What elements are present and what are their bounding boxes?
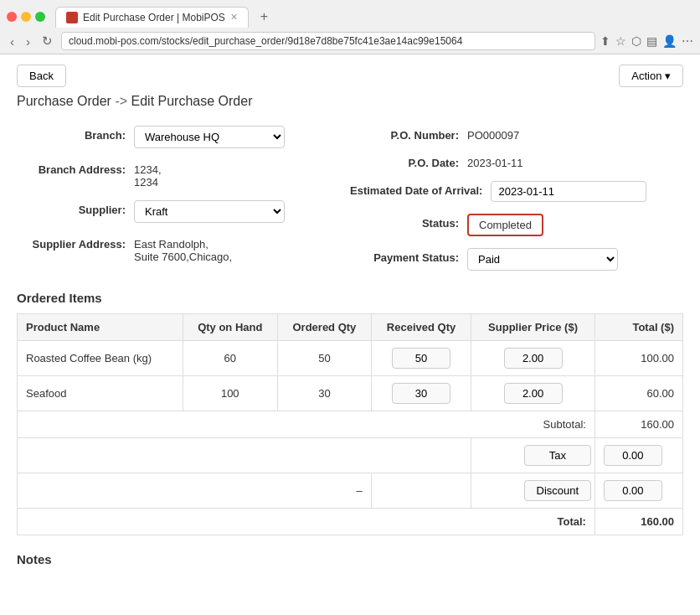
form-right: P.O. Number: PO000097 P.O. Date: 2023-01… <box>350 126 683 271</box>
back-nav-button[interactable]: ‹ <box>7 33 18 50</box>
branch-address-row: Branch Address: 1234, 1234 <box>17 160 350 189</box>
payment-status-label: Payment Status: <box>350 248 467 264</box>
bookmark-icon[interactable]: ☆ <box>615 34 626 48</box>
cell-supplier-price <box>471 341 595 376</box>
branch-address-line1: 1234, <box>134 163 162 176</box>
breadcrumb-part2: Edit Purchase Order <box>131 94 253 108</box>
total-label: Total: <box>18 509 595 535</box>
page-title: Purchase Order -> Edit Purchase Order <box>17 94 683 109</box>
breadcrumb-part1: Purchase Order <box>17 94 111 108</box>
active-tab[interactable]: Edit Purchase Order | MobiPOS ✕ <box>55 7 249 28</box>
extensions-icon[interactable]: ⬡ <box>631 34 641 48</box>
supplier-address-value: East Randolph, Suite 7600,Chicago, <box>134 235 232 263</box>
subtotal-label: Subtotal: <box>18 411 595 438</box>
supplier-price-input[interactable] <box>504 383 563 404</box>
received-qty-input[interactable] <box>392 348 450 369</box>
estimated-arrival-input[interactable] <box>491 181 646 202</box>
branch-row: Branch: Warehouse HQ <box>17 126 350 148</box>
payment-status-select[interactable]: Paid <box>467 248 618 271</box>
supplier-address-line1: East Randolph, <box>134 238 232 251</box>
col-received-qty: Received Qty <box>371 314 471 341</box>
cell-qty-on-hand: 100 <box>183 376 277 411</box>
col-total: Total ($) <box>594 314 682 341</box>
minimize-traffic-light[interactable] <box>21 12 31 22</box>
form-left: Branch: Warehouse HQ Branch Address: 123… <box>17 126 350 271</box>
supplier-price-input[interactable] <box>504 348 563 369</box>
address-bar: ‹ › ↻ ⬆ ☆ ⬡ ▤ 👤 ⋯ <box>0 28 700 54</box>
table-row: Roasted Coffee Bean (kg) 60 50 100.00 <box>18 341 683 376</box>
total-value: 160.00 <box>594 509 682 535</box>
po-date-row: P.O. Date: 2023-01-11 <box>350 153 683 169</box>
status-value: Completed <box>479 219 532 231</box>
cell-product-name: Seafood <box>18 376 183 411</box>
tax-row <box>18 438 683 473</box>
new-tab-button[interactable]: + <box>252 5 276 28</box>
po-date-label: P.O. Date: <box>350 153 467 169</box>
action-button[interactable]: Action ▾ <box>619 65 683 87</box>
forward-nav-button[interactable]: › <box>23 33 33 50</box>
close-traffic-light[interactable] <box>7 12 17 22</box>
table-header-row: Product Name Qty on Hand Ordered Qty Rec… <box>18 314 683 341</box>
supplier-address-label: Supplier Address: <box>17 235 134 251</box>
estimated-arrival-label: Estimated Date of Arrival: <box>350 181 491 197</box>
total-row: Total: 160.00 <box>18 509 683 535</box>
browser-toolbar-icons: ⬆ ☆ ⬡ ▤ 👤 ⋯ <box>600 34 693 48</box>
po-number-value: PO000097 <box>467 126 519 142</box>
back-button[interactable]: Back <box>17 65 66 87</box>
discount-value-cell <box>594 473 682 509</box>
subtotal-row: Subtotal: 160.00 <box>18 411 683 438</box>
col-product-name: Product Name <box>18 314 183 341</box>
col-supplier-price: Supplier Price ($) <box>471 314 595 341</box>
discount-dash: – <box>18 473 372 509</box>
payment-status-row: Payment Status: Paid <box>350 248 683 271</box>
branch-label: Branch: <box>17 126 134 142</box>
po-number-row: P.O. Number: PO000097 <box>350 126 683 142</box>
branch-address-value: 1234, 1234 <box>134 160 162 189</box>
tab-bar: Edit Purchase Order | MobiPOS ✕ + <box>0 0 700 28</box>
cell-total: 100.00 <box>594 341 682 376</box>
discount-input-label[interactable] <box>524 480 591 501</box>
traffic-lights <box>7 12 45 22</box>
profile-icon[interactable]: 👤 <box>662 34 677 48</box>
po-date-value: 2023-01-11 <box>467 153 523 169</box>
col-ordered-qty: Ordered Qty <box>278 314 372 341</box>
discount-value-input[interactable] <box>604 480 662 501</box>
status-row: Status: Completed <box>350 214 683 236</box>
maximize-traffic-light[interactable] <box>35 12 45 22</box>
ordered-items-section: Ordered Items Product Name Qty on Hand O… <box>17 291 683 535</box>
sidebar-icon[interactable]: ▤ <box>646 34 657 48</box>
url-input[interactable] <box>61 32 595 50</box>
branch-address-line2: 1234 <box>134 176 162 189</box>
supplier-select[interactable]: Kraft <box>134 200 285 223</box>
cell-received-qty <box>371 341 471 376</box>
table-row: Seafood 100 30 60.00 <box>18 376 683 411</box>
discount-label-cell <box>471 473 595 509</box>
tax-label <box>471 438 595 473</box>
browser-chrome: Edit Purchase Order | MobiPOS ✕ + ‹ › ↻ … <box>0 0 700 54</box>
branch-select[interactable]: Warehouse HQ <box>134 126 285 148</box>
share-icon[interactable]: ⬆ <box>600 34 610 48</box>
tax-input-label[interactable] <box>524 445 591 466</box>
estimated-arrival-row: Estimated Date of Arrival: <box>350 181 683 202</box>
cell-qty-on-hand: 60 <box>183 341 277 376</box>
cell-received-qty <box>371 376 471 411</box>
breadcrumb-arrow: -> <box>115 94 131 108</box>
subtotal-value: 160.00 <box>594 411 682 438</box>
refresh-button[interactable]: ↻ <box>39 32 56 50</box>
cell-product-name: Roasted Coffee Bean (kg) <box>18 341 183 376</box>
received-qty-input[interactable] <box>392 383 450 404</box>
cell-ordered-qty: 30 <box>278 376 372 411</box>
tax-value-cell <box>594 438 682 473</box>
discount-row: – <box>18 473 683 509</box>
supplier-label: Supplier: <box>17 200 134 216</box>
form-grid: Branch: Warehouse HQ Branch Address: 123… <box>17 126 683 271</box>
page-content: Back Action ▾ Purchase Order -> Edit Pur… <box>0 54 700 576</box>
menu-icon[interactable]: ⋯ <box>682 34 693 48</box>
tab-title: Edit Purchase Order | MobiPOS <box>83 12 225 23</box>
supplier-row: Supplier: Kraft <box>17 200 350 223</box>
tax-value-input[interactable] <box>604 445 662 466</box>
notes-title: Notes <box>17 552 683 566</box>
po-number-label: P.O. Number: <box>350 126 467 142</box>
cell-total: 60.00 <box>594 376 682 411</box>
tab-close-icon[interactable]: ✕ <box>230 12 238 23</box>
